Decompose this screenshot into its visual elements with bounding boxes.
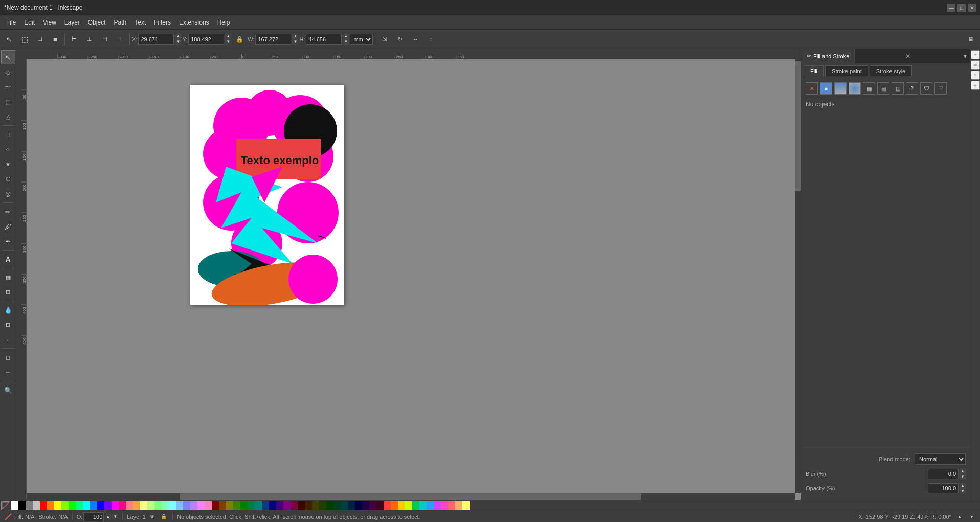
side-xml-icon[interactable]: ✦ bbox=[971, 50, 980, 59]
node-tool[interactable]: ◇ bbox=[1, 65, 15, 79]
panel-expand-btn[interactable]: ▾ bbox=[961, 51, 970, 62]
palette-swatch[interactable] bbox=[419, 501, 427, 510]
canvas-area[interactable]: -300 -250 -200 -150 -100 -50 0 50 bbox=[16, 49, 801, 500]
palette-none-swatch[interactable] bbox=[1, 501, 10, 510]
menu-help[interactable]: Help bbox=[213, 17, 234, 28]
palette-swatch[interactable] bbox=[291, 501, 298, 510]
menu-text[interactable]: Text bbox=[130, 17, 150, 28]
fill-flat-btn[interactable]: ■ bbox=[820, 82, 832, 95]
palette-swatch[interactable] bbox=[441, 501, 448, 510]
palette-swatch[interactable] bbox=[97, 501, 104, 510]
palette-swatch[interactable] bbox=[248, 501, 255, 510]
toolbar-align[interactable]: ■ bbox=[48, 32, 62, 47]
palette-swatch[interactable] bbox=[219, 501, 226, 510]
fill-tab[interactable]: Fill bbox=[804, 65, 824, 76]
opacity-input-panel[interactable] bbox=[928, 483, 959, 493]
menu-edit[interactable]: Edit bbox=[20, 17, 39, 28]
palette-swatch[interactable] bbox=[398, 501, 405, 510]
toolbar-align-center-h[interactable]: ⊥ bbox=[82, 32, 97, 47]
palette-swatch[interactable] bbox=[283, 501, 291, 510]
connector-tool[interactable]: ↔ bbox=[1, 365, 15, 379]
opacity-spin-down[interactable]: ▼ bbox=[960, 488, 966, 494]
opacity-status-input[interactable] bbox=[83, 512, 104, 521]
palette-swatch[interactable] bbox=[76, 501, 83, 510]
palette-swatch[interactable] bbox=[69, 501, 76, 510]
palette-swatch[interactable] bbox=[169, 501, 176, 510]
palette-swatch[interactable] bbox=[348, 501, 355, 510]
palette-swatch[interactable] bbox=[40, 501, 47, 510]
transform-rotate-btn[interactable]: ↻ bbox=[393, 32, 407, 47]
menu-path[interactable]: Path bbox=[110, 17, 131, 28]
star-tool[interactable]: ★ bbox=[1, 157, 15, 171]
opacity-down-btn[interactable]: ▼ bbox=[112, 514, 118, 519]
toolbar-transform[interactable]: ⬚ bbox=[17, 32, 32, 47]
palette-swatch[interactable] bbox=[205, 501, 212, 510]
palette-toggle-down[interactable]: ▼ bbox=[968, 513, 976, 521]
palette-swatch[interactable] bbox=[240, 501, 248, 510]
palette-swatch[interactable] bbox=[262, 501, 269, 510]
spiral-tool[interactable]: @ bbox=[1, 187, 15, 201]
palette-swatch[interactable] bbox=[54, 501, 61, 510]
pen-tool[interactable]: 🖊 bbox=[1, 219, 15, 234]
opacity-up-btn[interactable]: ▲ bbox=[105, 514, 111, 519]
side-symbols-icon[interactable]: ◈ bbox=[971, 81, 980, 90]
text-tool[interactable]: A bbox=[1, 252, 15, 266]
palette-swatch[interactable] bbox=[326, 501, 333, 510]
palette-swatch[interactable] bbox=[162, 501, 169, 510]
blend-mode-select[interactable]: Normal Multiply Screen Overlay bbox=[915, 453, 966, 465]
mesh-tool[interactable]: ⊞ bbox=[1, 285, 15, 299]
palette-swatch[interactable] bbox=[312, 501, 319, 510]
layer-eye-btn[interactable]: 👁 bbox=[148, 512, 157, 521]
palette-swatch[interactable] bbox=[434, 501, 441, 510]
y-spin-up[interactable]: ▲ bbox=[225, 34, 231, 39]
blur-spin-up[interactable]: ▲ bbox=[960, 468, 966, 474]
menu-view[interactable]: View bbox=[39, 17, 60, 28]
x-spin-up[interactable]: ▲ bbox=[175, 34, 181, 39]
palette-swatch[interactable] bbox=[183, 501, 190, 510]
palette-swatch[interactable] bbox=[226, 501, 233, 510]
palette-swatch[interactable] bbox=[376, 501, 384, 510]
menu-extensions[interactable]: Extensions bbox=[175, 17, 213, 28]
palette-swatch[interactable] bbox=[47, 501, 54, 510]
horizontal-scrollbar[interactable] bbox=[27, 493, 795, 500]
3dbox-tool[interactable]: ⬡ bbox=[1, 172, 15, 186]
close-button[interactable]: ✕ bbox=[968, 4, 976, 12]
y-input[interactable] bbox=[188, 34, 224, 45]
palette-swatch[interactable] bbox=[298, 501, 305, 510]
w-spin-down[interactable]: ▼ bbox=[292, 39, 298, 45]
palette-swatch[interactable] bbox=[384, 501, 391, 510]
toolbar-align-left[interactable]: ⊢ bbox=[67, 32, 81, 47]
toolbar-align-top[interactable]: ⊤ bbox=[113, 32, 127, 47]
toolbar-group[interactable]: ☐ bbox=[33, 32, 47, 47]
layer-lock-btn[interactable]: 🔒 bbox=[159, 512, 168, 521]
fill-radial-gradient-btn[interactable] bbox=[849, 82, 861, 95]
palette-swatch[interactable] bbox=[448, 501, 455, 510]
palette-swatch[interactable] bbox=[112, 501, 119, 510]
menu-file[interactable]: File bbox=[2, 17, 20, 28]
palette-swatch[interactable] bbox=[18, 501, 26, 510]
palette-swatch[interactable] bbox=[197, 501, 205, 510]
x-spin-down[interactable]: ▼ bbox=[175, 39, 181, 45]
canvas-viewport[interactable]: Texto exemplo bbox=[27, 59, 801, 500]
calligraphy-tool[interactable]: ✒ bbox=[1, 234, 15, 248]
palette-swatch[interactable] bbox=[61, 501, 69, 510]
palette-swatch[interactable] bbox=[176, 501, 183, 510]
eraser-tool[interactable]: ◻ bbox=[1, 350, 15, 365]
fill-linear-gradient-btn[interactable] bbox=[834, 82, 847, 95]
panel-close-btn[interactable]: ✕ bbox=[901, 51, 915, 62]
w-input[interactable] bbox=[255, 34, 291, 45]
blur-spin-down[interactable]: ▼ bbox=[960, 474, 966, 480]
palette-swatch[interactable] bbox=[255, 501, 262, 510]
palette-swatch[interactable] bbox=[233, 501, 240, 510]
palette-swatch[interactable] bbox=[369, 501, 376, 510]
palette-swatch[interactable] bbox=[154, 501, 162, 510]
fill-swatch-btn[interactable]: ▨ bbox=[892, 82, 904, 95]
palette-swatch[interactable] bbox=[90, 501, 97, 510]
stroke-paint-tab[interactable]: Stroke paint bbox=[825, 65, 868, 76]
tweak-tool[interactable]: 〜 bbox=[1, 80, 15, 94]
side-transform-icon[interactable]: ⇄ bbox=[971, 60, 980, 70]
zoom-tool[interactable]: 🔍 bbox=[1, 383, 15, 397]
palette-swatch[interactable] bbox=[427, 501, 434, 510]
gradient-tool[interactable]: ▦ bbox=[1, 270, 15, 284]
opacity-spin-up[interactable]: ▲ bbox=[960, 483, 966, 488]
